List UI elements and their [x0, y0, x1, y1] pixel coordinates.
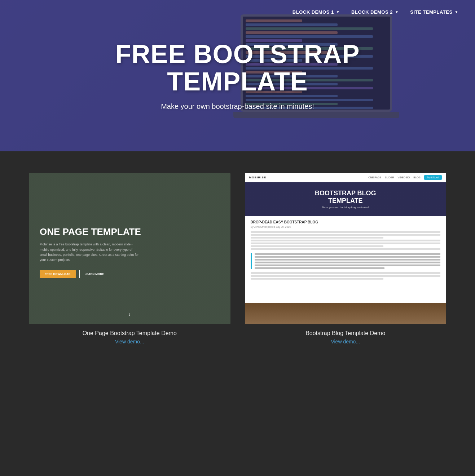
- blog-template-name: Bootstrap Blog Template Demo: [305, 330, 385, 337]
- chevron-down-icon-2: ▼: [395, 10, 399, 14]
- nav-site-templates[interactable]: SITE TEMPLATES ▼: [404, 6, 464, 18]
- blog-text-line: [251, 278, 384, 280]
- one-page-preview-desc: Mobirise is a free bootstrap template wi…: [40, 242, 141, 263]
- blog-nav-blog: BLOG: [413, 176, 420, 179]
- one-page-free-download-button[interactable]: FREE DOWNLOAD: [40, 270, 76, 278]
- blog-quote-line: [255, 264, 441, 266]
- blog-quote-line: [255, 256, 441, 258]
- one-page-template-name: One Page Bootstrap Template Demo: [83, 330, 177, 337]
- blog-bottom-image: [245, 303, 447, 324]
- blog-text-line: [251, 245, 384, 247]
- nav-block-demos-2[interactable]: BLOCK DEMOS 2 ▼: [346, 6, 404, 18]
- blog-nav-slider: SLIDER: [385, 176, 394, 179]
- one-page-hero-area: ONE PAGE TEMPLATE Mobirise is a free boo…: [29, 173, 230, 324]
- blog-preview-content: DROP-DEAD EASY BOOTSTRAP BLOG By John Sm…: [245, 216, 447, 303]
- blog-nav-one-page: ONE PAGE: [368, 176, 381, 179]
- one-page-preview-title: ONE PAGE TEMPLATE: [40, 226, 220, 237]
- blog-hero-title: BOOTSTRAP BLOGTEMPLATE: [252, 190, 439, 205]
- one-page-learn-more-button[interactable]: LEARN MORE: [79, 270, 110, 278]
- blog-nav-cta[interactable]: Try it Now!: [424, 175, 442, 180]
- scroll-down-icon: ↓: [125, 308, 135, 321]
- blog-logo: MOBIRISE: [249, 176, 267, 179]
- nav-block-demos-2-label: BLOCK DEMOS 2: [351, 9, 393, 15]
- chevron-down-icon-3: ▼: [455, 10, 458, 14]
- blog-text-line: [251, 275, 441, 277]
- blog-view-demo-link[interactable]: View demo...: [331, 339, 360, 344]
- blog-text-line: [251, 231, 441, 233]
- blog-nav-video: VIDEO BO: [398, 176, 410, 179]
- blog-preview[interactable]: MOBIRISE ONE PAGE SLIDER VIDEO BO BLOG T…: [245, 173, 447, 324]
- one-page-view-demo-link[interactable]: View demo...: [115, 339, 144, 344]
- blog-text-line: [251, 243, 441, 244]
- nav-block-demos-1-label: BLOCK DEMOS 1: [293, 9, 334, 15]
- one-page-preview[interactable]: ONE PAGE TEMPLATE Mobirise is a free boo…: [29, 173, 230, 324]
- blog-quote-line: [255, 259, 441, 261]
- blog-article-byline: By John Smith posted July 30, 2016: [251, 226, 441, 228]
- hero-content: FREE BOOTSTRAPTEMPLATE Make your own boo…: [115, 41, 360, 111]
- main-nav: BLOCK DEMOS 1 ▼ BLOCK DEMOS 2 ▼ SITE TEM…: [276, 0, 475, 24]
- laptop-base: [233, 112, 399, 118]
- blog-preview-nav: MOBIRISE ONE PAGE SLIDER VIDEO BO BLOG T…: [245, 173, 447, 182]
- blog-text-line: [251, 248, 441, 250]
- code-line: [246, 31, 338, 34]
- blog-blockquote: [251, 253, 441, 269]
- blog-quote-line: [255, 262, 441, 263]
- template-card-one-page: ONE PAGE TEMPLATE Mobirise is a free boo…: [29, 173, 230, 344]
- code-line: [246, 35, 373, 38]
- blog-text-line: [251, 237, 384, 239]
- nav-site-templates-label: SITE TEMPLATES: [410, 9, 452, 15]
- hero-title: FREE BOOTSTRAPTEMPLATE: [115, 41, 360, 95]
- blog-nav-links: ONE PAGE SLIDER VIDEO BO BLOG Try it Now…: [368, 175, 442, 180]
- blog-hero-subtitle: Make your own bootstrap blog in minutes!: [252, 206, 439, 209]
- code-line: [246, 27, 373, 30]
- chevron-down-icon-1: ▼: [336, 10, 340, 14]
- main-content: ONE PAGE TEMPLATE Mobirise is a free boo…: [0, 151, 475, 373]
- blog-article-title: DROP-DEAD EASY BOOTSTRAP BLOG: [251, 220, 441, 224]
- blog-quote-line: [255, 253, 441, 255]
- blog-quote-line: [255, 267, 385, 269]
- one-page-buttons: FREE DOWNLOAD LEARN MORE: [40, 270, 220, 278]
- nav-block-demos-1[interactable]: BLOCK DEMOS 1 ▼: [287, 6, 346, 18]
- template-card-blog: MOBIRISE ONE PAGE SLIDER VIDEO BO BLOG T…: [245, 173, 447, 344]
- hero-subtitle: Make your own bootstrap-based site in mi…: [115, 102, 360, 111]
- blog-preview-hero: BOOTSTRAP BLOGTEMPLATE Make your own boo…: [245, 182, 447, 216]
- templates-grid: ONE PAGE TEMPLATE Mobirise is a free boo…: [29, 173, 446, 344]
- blog-text-line: [251, 272, 441, 274]
- blog-text-line: [251, 234, 441, 236]
- blog-text-line: [251, 240, 441, 241]
